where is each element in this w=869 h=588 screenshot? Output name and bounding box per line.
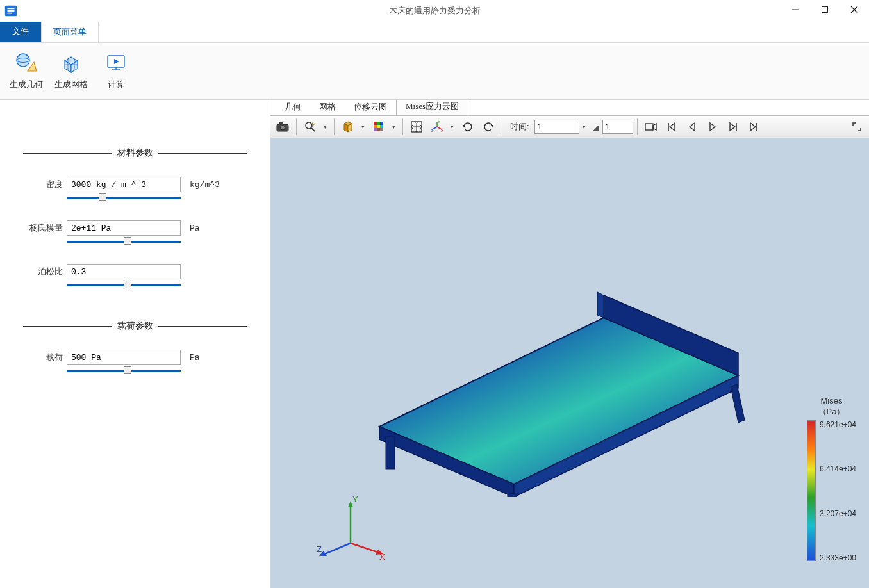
- svg-rect-20: [380, 122, 383, 125]
- unit-label: Pa: [185, 353, 200, 363]
- bed-model: [302, 228, 751, 497]
- svg-rect-26: [380, 128, 383, 131]
- view-tab-displacement[interactable]: 位移云图: [345, 100, 396, 115]
- skip-first-icon[interactable]: [662, 118, 681, 136]
- window-controls: [781, 0, 869, 19]
- svg-rect-23: [380, 125, 383, 128]
- play-monitor-icon: [104, 52, 128, 75]
- poisson-input[interactable]: [67, 264, 181, 279]
- section-material-header: 材料参数: [23, 147, 247, 159]
- divider: [637, 118, 638, 135]
- viewport-panel: 几何 网格 位移云图 Mises应力云图 ▾ ▾ ▾ YXZ ▾ 时间: ▾: [270, 100, 869, 588]
- svg-line-32: [433, 127, 437, 129]
- zoom-icon[interactable]: [301, 118, 320, 136]
- step-forward-icon[interactable]: [724, 118, 743, 136]
- divider: [402, 118, 403, 135]
- section-title: 材料参数: [112, 147, 158, 159]
- param-load: 载荷 Pa: [19, 350, 251, 365]
- menu-tabs: 文件 页面菜单: [0, 22, 869, 42]
- view-toolbar: ▾ ▾ ▾ YXZ ▾ 时间: ▾ ◢: [270, 115, 869, 138]
- legend-colorbar: [807, 420, 816, 561]
- ribbon-generate-geometry[interactable]: 生成几何: [4, 48, 49, 94]
- density-input[interactable]: [67, 177, 181, 192]
- poisson-slider[interactable]: [67, 282, 181, 288]
- viewport-canvas[interactable]: Y X Z Mises （Pa） 9.621e+04 6.414e+04 3.2…: [270, 138, 869, 588]
- svg-rect-24: [374, 128, 377, 131]
- divider: [502, 118, 502, 135]
- rotate-cw-icon[interactable]: [458, 118, 477, 136]
- svg-point-5: [17, 54, 29, 67]
- close-button[interactable]: [840, 0, 869, 19]
- axis-orientation-icon[interactable]: YXZ: [427, 118, 447, 136]
- ribbon-generate-mesh[interactable]: 生成网格: [49, 48, 94, 94]
- svg-rect-40: [386, 437, 395, 469]
- legend-ticks: 9.621e+04 6.414e+04 3.207e+04 2.333e+00: [820, 420, 856, 562]
- svg-text:Z: Z: [317, 544, 322, 554]
- chevron-down-icon[interactable]: ▾: [321, 124, 329, 130]
- tab-file[interactable]: 文件: [0, 20, 41, 42]
- param-label: 泊松比: [19, 266, 63, 277]
- chevron-down-icon[interactable]: ▾: [359, 124, 367, 130]
- ribbon-compute[interactable]: 计算: [94, 48, 138, 94]
- minimize-button[interactable]: [781, 0, 810, 19]
- section-load-header: 载荷参数: [23, 320, 247, 332]
- param-density: 密度 kg/m^3: [19, 177, 251, 192]
- parameters-sidebar: 材料参数 密度 kg/m^3 杨氏模量 Pa 泊松比 载荷参数: [0, 100, 270, 588]
- svg-text:Z: Z: [431, 129, 433, 133]
- param-label: 载荷: [19, 352, 63, 363]
- colormap-icon[interactable]: [369, 118, 388, 136]
- section-title: 载荷参数: [112, 320, 158, 332]
- rotate-ccw-icon[interactable]: [479, 118, 498, 136]
- tab-page-menu[interactable]: 页面菜单: [41, 21, 99, 42]
- svg-text:X: X: [441, 129, 443, 133]
- chevron-down-icon[interactable]: ▾: [390, 124, 397, 130]
- svg-line-17: [311, 128, 315, 131]
- fit-view-icon[interactable]: [407, 118, 426, 136]
- view-tab-mesh[interactable]: 网格: [310, 100, 345, 115]
- axis-triad: Y X Z: [315, 492, 386, 562]
- load-slider[interactable]: [67, 368, 181, 374]
- window-title: 木床的通用静力受力分析: [389, 5, 481, 17]
- param-poisson: 泊松比: [19, 264, 251, 279]
- legend-title: Mises （Pa）: [818, 396, 845, 418]
- expand-icon[interactable]: [847, 118, 866, 136]
- param-label: 密度: [19, 179, 63, 190]
- time-select[interactable]: [534, 120, 579, 134]
- app-icon: [0, 0, 22, 22]
- svg-rect-2: [822, 7, 828, 13]
- sphere-cone-icon: [15, 52, 38, 75]
- frame-spinner[interactable]: [602, 120, 633, 134]
- camera-icon[interactable]: [273, 118, 292, 136]
- view-tab-mises[interactable]: Mises应力云图: [396, 100, 468, 115]
- svg-rect-22: [377, 125, 380, 128]
- main-area: 材料参数 密度 kg/m^3 杨氏模量 Pa 泊松比 载荷参数: [0, 100, 869, 588]
- cube-mesh-icon: [60, 52, 83, 75]
- divider: [296, 118, 297, 135]
- unit-label: kg/m^3: [185, 180, 220, 190]
- color-legend: Mises （Pa） 9.621e+04 6.414e+04 3.207e+04…: [807, 396, 856, 562]
- svg-rect-21: [374, 125, 377, 128]
- render-mode-icon[interactable]: [338, 118, 358, 136]
- frame-separator-icon: ◢: [591, 122, 601, 132]
- density-slider[interactable]: [67, 195, 181, 201]
- svg-rect-25: [377, 128, 380, 131]
- svg-rect-18: [374, 122, 377, 125]
- svg-rect-36: [645, 124, 653, 130]
- load-input[interactable]: [67, 350, 181, 365]
- unit-label: Pa: [185, 224, 200, 233]
- chevron-down-icon[interactable]: ▾: [448, 124, 456, 130]
- maximize-button[interactable]: [810, 0, 840, 19]
- param-label: 杨氏模量: [19, 222, 63, 234]
- ribbon-toolbar: 生成几何 生成网格: [0, 42, 869, 100]
- svg-text:X: X: [379, 552, 385, 562]
- youngs-input[interactable]: [67, 220, 181, 236]
- time-label: 时间:: [510, 121, 529, 133]
- record-icon[interactable]: [641, 118, 661, 136]
- play-forward-icon[interactable]: [703, 118, 722, 136]
- chevron-down-icon[interactable]: ▾: [581, 124, 588, 130]
- view-tab-geometry[interactable]: 几何: [276, 100, 310, 115]
- play-back-icon[interactable]: [683, 118, 702, 136]
- skip-last-icon[interactable]: [744, 118, 763, 136]
- title-bar: 木床的通用静力受力分析: [0, 0, 869, 22]
- youngs-slider[interactable]: [67, 238, 181, 245]
